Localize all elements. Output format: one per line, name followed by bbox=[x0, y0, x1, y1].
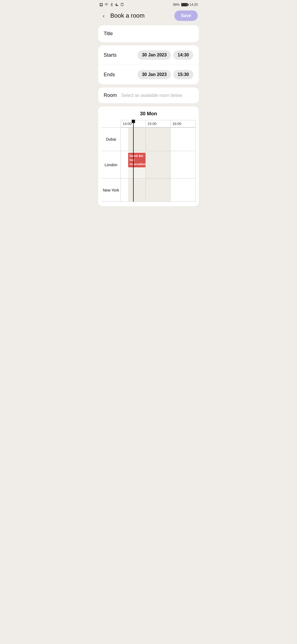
starts-row: Starts 30 Jan 2023 14:30 bbox=[98, 45, 199, 65]
title-card: Title bbox=[98, 25, 199, 42]
moon-icon bbox=[115, 3, 119, 7]
status-right-info: 99% 14:20 bbox=[173, 3, 198, 7]
ends-label: Ends bbox=[104, 72, 115, 78]
dubai-highlight-2 bbox=[146, 128, 170, 151]
newyork-slot-2 bbox=[146, 179, 171, 201]
room-name-newyork: New York bbox=[101, 179, 121, 201]
dubai-slot-2 bbox=[146, 128, 171, 151]
battery-icon bbox=[181, 3, 188, 6]
bell-icon bbox=[120, 3, 124, 7]
ends-pills: 30 Jan 2023 15:30 bbox=[138, 70, 193, 79]
london-slot-2 bbox=[146, 151, 171, 178]
top-nav: ‹ Book a room Save bbox=[95, 8, 202, 25]
starts-label: Starts bbox=[104, 52, 117, 58]
dubai-highlight-1 bbox=[128, 128, 145, 151]
london-highlight-2 bbox=[146, 151, 170, 178]
time-col-2: 15:00 bbox=[145, 120, 170, 127]
time-header-row: 14:00 15:00 16:00 bbox=[121, 120, 196, 127]
status-left-icons bbox=[99, 3, 124, 7]
timeline-container: 14:00 15:00 16:00 Dubai bbox=[101, 120, 196, 202]
nav-left: ‹ Book a room bbox=[99, 11, 145, 20]
reservation-block-london: Darek Ad-hoc reservation bbox=[128, 153, 145, 167]
time-col-1: 14:00 bbox=[121, 120, 145, 127]
starts-pills: 30 Jan 2023 14:30 bbox=[138, 50, 193, 60]
svg-rect-1 bbox=[100, 4, 102, 6]
battery-percent: 99% bbox=[173, 3, 180, 7]
newyork-highlight-2 bbox=[146, 179, 170, 201]
room-name-dubai: Dubai bbox=[101, 128, 121, 151]
datetime-card: Starts 30 Jan 2023 14:30 Ends 30 Jan 202… bbox=[98, 45, 199, 84]
newyork-slot-1 bbox=[121, 179, 146, 201]
ends-date-pill[interactable]: 30 Jan 2023 bbox=[138, 70, 171, 79]
bluetooth-icon bbox=[110, 3, 114, 7]
page-title: Book a room bbox=[110, 12, 145, 19]
wifi-icon bbox=[105, 3, 108, 7]
london-slot-1: Darek Ad-hoc reservation bbox=[121, 151, 146, 178]
status-bar: 99% 14:20 bbox=[95, 0, 202, 8]
room-label: Room bbox=[104, 92, 117, 98]
sim-icon bbox=[99, 3, 103, 7]
london-slot-3 bbox=[170, 151, 196, 178]
room-row-dubai[interactable]: Dubai bbox=[101, 127, 196, 151]
back-chevron-icon: ‹ bbox=[103, 13, 105, 19]
starts-date-pill[interactable]: 30 Jan 2023 bbox=[138, 50, 171, 60]
time-col-3: 16:00 bbox=[170, 120, 196, 127]
save-button[interactable]: Save bbox=[174, 10, 198, 21]
room-placeholder: Select an available room below bbox=[121, 93, 182, 98]
clock: 14:20 bbox=[189, 3, 198, 7]
newyork-highlight-1 bbox=[128, 179, 145, 201]
dubai-slot-3 bbox=[170, 128, 196, 151]
calendar-day-header: 30 Mon bbox=[101, 111, 196, 117]
ends-time-pill[interactable]: 15:30 bbox=[173, 70, 193, 79]
back-button[interactable]: ‹ bbox=[99, 11, 108, 20]
room-row-newyork[interactable]: New York bbox=[101, 178, 196, 202]
ends-row: Ends 30 Jan 2023 15:30 bbox=[98, 65, 199, 84]
dubai-slot-1 bbox=[121, 128, 146, 151]
room-name-london: London bbox=[101, 151, 121, 178]
starts-time-pill[interactable]: 14:30 bbox=[173, 50, 193, 60]
title-field-label[interactable]: Title bbox=[104, 31, 113, 36]
room-card[interactable]: Room Select an available room below bbox=[98, 88, 199, 103]
calendar-card: 30 Mon 14:00 15:00 16:00 Dubai bbox=[98, 107, 199, 206]
room-row-london[interactable]: London Darek Ad-hoc reservation bbox=[101, 151, 196, 178]
newyork-slot-3 bbox=[170, 179, 196, 201]
